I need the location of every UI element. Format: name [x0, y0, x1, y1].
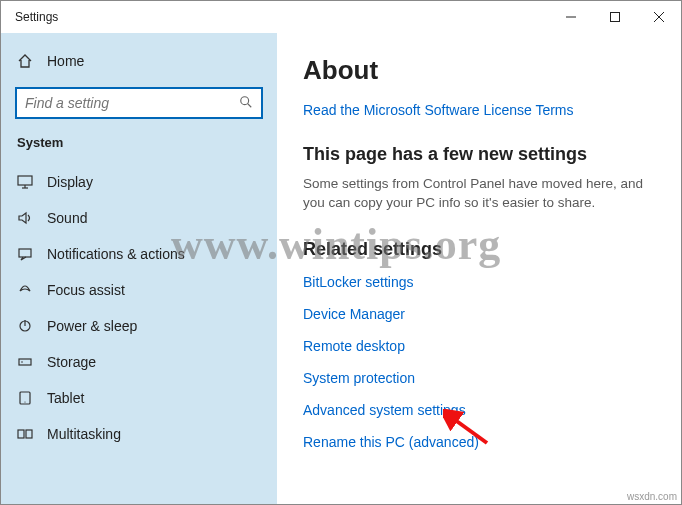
link-remote-desktop[interactable]: Remote desktop	[303, 338, 655, 354]
multitasking-icon	[17, 427, 33, 441]
power-icon	[17, 318, 33, 334]
svg-rect-6	[18, 176, 32, 185]
svg-rect-16	[18, 430, 24, 438]
svg-point-13	[21, 361, 23, 363]
focus-assist-icon	[17, 283, 33, 297]
sidebar-item-notifications[interactable]: Notifications & actions	[1, 236, 277, 272]
window-title: Settings	[15, 10, 58, 24]
window-controls	[549, 1, 681, 33]
section-label: System	[1, 135, 277, 150]
notifications-icon	[17, 247, 33, 261]
search-box[interactable]	[15, 87, 263, 119]
new-settings-body: Some settings from Control Panel have mo…	[303, 175, 653, 213]
search-icon	[239, 95, 253, 112]
sidebar-item-label: Display	[47, 174, 93, 190]
sidebar-item-label: Notifications & actions	[47, 246, 185, 262]
svg-rect-9	[19, 249, 31, 257]
sidebar-item-sound[interactable]: Sound	[1, 200, 277, 236]
link-bitlocker[interactable]: BitLocker settings	[303, 274, 655, 290]
new-settings-heading: This page has a few new settings	[303, 144, 655, 165]
svg-line-5	[248, 103, 252, 107]
display-icon	[17, 175, 33, 189]
credit-text: wsxdn.com	[627, 491, 677, 502]
main-panel: About Read the Microsoft Software Licens…	[277, 33, 681, 504]
home-nav[interactable]: Home	[1, 47, 277, 75]
sidebar-item-tablet[interactable]: Tablet	[1, 380, 277, 416]
license-link[interactable]: Read the Microsoft Software License Term…	[303, 102, 655, 118]
minimize-button[interactable]	[549, 1, 593, 33]
link-system-protection[interactable]: System protection	[303, 370, 655, 386]
svg-rect-17	[26, 430, 32, 438]
sidebar: Home System Display Sound Notifica	[1, 33, 277, 504]
svg-rect-1	[611, 13, 620, 22]
close-button[interactable]	[637, 1, 681, 33]
storage-icon	[17, 355, 33, 369]
home-label: Home	[47, 53, 84, 69]
svg-rect-12	[19, 359, 31, 365]
sidebar-item-label: Tablet	[47, 390, 84, 406]
tablet-icon	[17, 391, 33, 405]
link-rename-pc[interactable]: Rename this PC (advanced)	[303, 434, 655, 450]
sidebar-item-multitasking[interactable]: Multitasking	[1, 416, 277, 452]
related-settings-heading: Related settings	[303, 239, 655, 260]
svg-point-4	[241, 96, 249, 104]
sound-icon	[17, 211, 33, 225]
content-area: Home System Display Sound Notifica	[1, 33, 681, 504]
sidebar-item-label: Multitasking	[47, 426, 121, 442]
link-device-manager[interactable]: Device Manager	[303, 306, 655, 322]
sidebar-item-power-sleep[interactable]: Power & sleep	[1, 308, 277, 344]
sidebar-item-label: Focus assist	[47, 282, 125, 298]
sidebar-item-display[interactable]: Display	[1, 164, 277, 200]
search-input[interactable]	[25, 95, 239, 111]
sidebar-item-label: Storage	[47, 354, 96, 370]
titlebar: Settings	[1, 1, 681, 33]
home-icon	[17, 53, 33, 69]
maximize-button[interactable]	[593, 1, 637, 33]
page-title: About	[303, 55, 655, 86]
sidebar-item-focus-assist[interactable]: Focus assist	[1, 272, 277, 308]
link-advanced-system-settings[interactable]: Advanced system settings	[303, 402, 655, 418]
sidebar-item-label: Power & sleep	[47, 318, 137, 334]
sidebar-item-storage[interactable]: Storage	[1, 344, 277, 380]
sidebar-item-label: Sound	[47, 210, 87, 226]
svg-point-15	[24, 401, 25, 402]
